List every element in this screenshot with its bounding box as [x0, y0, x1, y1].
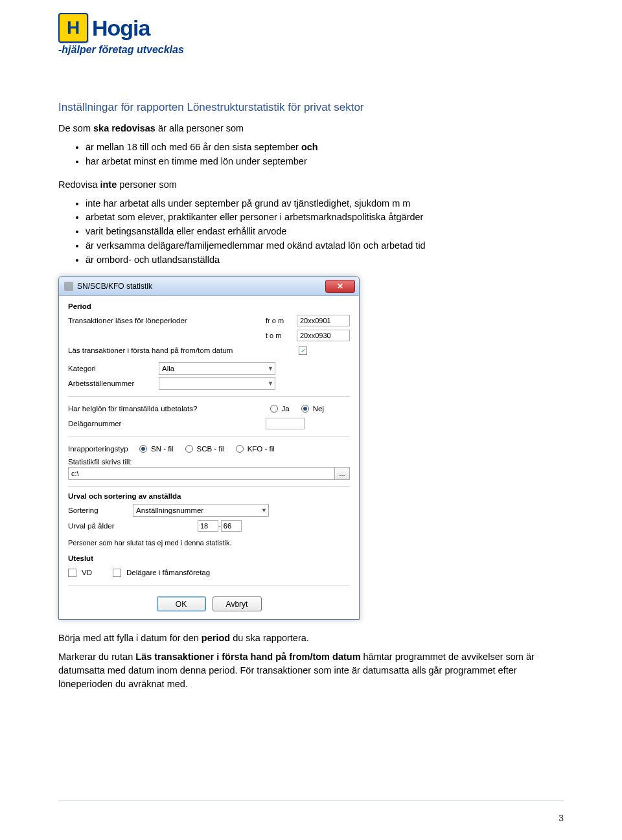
scb-label: SCB - fil [197, 445, 224, 453]
sn-label: SN - fil [151, 445, 174, 453]
statfil-label: Statistikfil skrivs till: [68, 458, 350, 466]
avbryt-button[interactable]: Avbryt [213, 596, 262, 611]
delagarnr-label: Delägarnummer [68, 420, 266, 427]
note-text: Personer som har slutat tas ej med i den… [68, 539, 350, 547]
period-line-label: Transaktioner läses för löneperioder [68, 317, 266, 324]
read-trans-checkbox[interactable]: ✓ [299, 346, 307, 355]
arbets-combo[interactable]: ▼ [159, 377, 275, 390]
ja-label: Ja [282, 405, 290, 413]
intro-2: Redovisa inte personer som [58, 178, 564, 192]
path-input[interactable]: c:\ [68, 467, 334, 480]
vd-label: VD [82, 569, 92, 576]
list-item: är ombord- och utlandsanställda [86, 253, 564, 267]
chevron-down-icon: ▼ [261, 507, 267, 514]
sort-label: Sortering [68, 506, 133, 514]
close-icon: ✕ [337, 282, 343, 291]
outro-1: Börja med att fylla i datum för den peri… [58, 631, 564, 645]
browse-button[interactable]: ... [334, 467, 350, 480]
sn-radio[interactable] [139, 445, 147, 453]
uteslut-heading: Uteslut [68, 554, 350, 562]
nej-radio[interactable] [301, 405, 309, 413]
kategori-value: Alla [162, 365, 174, 372]
nej-label: Nej [313, 405, 324, 413]
list-item: är verksamma delägare/familjemedlemmar m… [86, 239, 564, 253]
list-item: är mellan 18 till och med 66 år den sist… [86, 141, 564, 155]
delagare-checkbox[interactable] [113, 569, 121, 577]
list-item: inte har arbetat alls under september på… [86, 197, 564, 211]
footer-rule [58, 800, 564, 801]
alder-from-input[interactable] [198, 520, 218, 532]
ja-radio[interactable] [270, 405, 278, 413]
from-input[interactable] [297, 315, 350, 326]
kfo-label: KFO - fil [248, 445, 275, 453]
list-redovisas: är mellan 18 till och med 66 år den sist… [58, 141, 564, 169]
delagarnr-input[interactable] [266, 418, 305, 429]
logo-mark: H [58, 13, 88, 43]
kategori-combo[interactable]: Alla ▼ [159, 362, 275, 375]
vd-checkbox[interactable] [68, 569, 76, 577]
period-heading: Period [68, 302, 350, 310]
kfo-radio[interactable] [236, 445, 244, 453]
window-title: SN/SCB/KFO statistik [77, 282, 152, 291]
list-item: arbetat som elever, praktikanter eller p… [86, 210, 564, 225]
scb-radio[interactable] [185, 445, 193, 453]
from-label: fr o m [266, 317, 297, 324]
logo-wordmark: Hogia [92, 16, 150, 41]
sort-value: Anställningsnummer [136, 506, 203, 514]
helglon-label: Har helglön för timanställda utbetalats? [68, 405, 270, 413]
arbets-label: Arbetsställenummer [68, 380, 159, 387]
intro-1: De som ska redovisas är alla personer so… [58, 122, 564, 135]
urval-heading: Urval och sortering av anställda [68, 492, 350, 500]
read-trans-label: Läs transaktioner i första hand på from/… [68, 346, 268, 354]
page-number: 3 [559, 813, 564, 823]
alder-label: Urval på ålder [68, 522, 198, 530]
to-input[interactable] [297, 330, 350, 341]
alder-to-input[interactable] [221, 520, 242, 532]
inrapp-label: Inrapporteringstyp [68, 445, 139, 453]
logo-tagline: -hjälper företag utvecklas [58, 44, 564, 56]
chevron-down-icon: ▼ [268, 365, 273, 372]
logo-block: H Hogia -hjälper företag utvecklas [58, 13, 564, 56]
sort-combo[interactable]: Anställningsnummer ▼ [133, 504, 269, 517]
chevron-down-icon: ▼ [268, 380, 273, 387]
list-item: varit betingsanställda eller endast erhå… [86, 225, 564, 239]
list-redovisa-inte: inte har arbetat alls under september på… [58, 197, 564, 267]
dialog-statistik: SN/SCB/KFO statistik ✕ Period Transaktio… [58, 276, 360, 620]
to-label: t o m [266, 332, 297, 339]
titlebar: SN/SCB/KFO statistik ✕ [59, 277, 359, 296]
app-icon [64, 282, 73, 291]
kategori-label: Kategori [68, 365, 159, 372]
page-heading: Inställningar för rapporten Lönestruktur… [58, 101, 564, 114]
ok-button[interactable]: OK [157, 596, 206, 611]
delagare-label: Delägare i fåmansföretag [126, 569, 210, 576]
close-button[interactable]: ✕ [325, 280, 355, 293]
outro-2: Markerar du rutan Läs transaktioner i fö… [58, 650, 564, 691]
list-item: har arbetat minst en timme med lön under… [86, 155, 564, 169]
